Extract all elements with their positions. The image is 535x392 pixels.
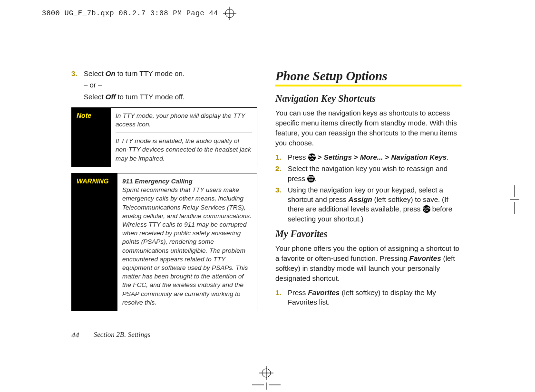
registration-mark-icon bbox=[252, 366, 281, 390]
step-number: 1. bbox=[275, 153, 283, 162]
menu-ok-icon: MENUOK bbox=[423, 205, 430, 213]
tty-step-list: 3. Select On to turn TTY mode on. – or –… bbox=[71, 69, 257, 102]
list-item: 3. Using the navigation key or your keyp… bbox=[275, 185, 461, 224]
page-body: 3. Select On to turn TTY mode on. – or –… bbox=[71, 69, 461, 325]
list-item: 1. Press Favorites (left softkey) to dis… bbox=[275, 288, 461, 307]
warning-label: WARNING bbox=[72, 173, 117, 311]
registration-mark-icon bbox=[510, 185, 534, 214]
print-slug: 3800 UG_E_7b.qxp 08.2.7 3:08 PM Page 44 bbox=[42, 7, 236, 20]
note-callout: Note In TTY mode, your phone will displa… bbox=[71, 107, 257, 167]
warning-callout: WARNING 911 Emergency Calling Sprint rec… bbox=[71, 173, 257, 311]
section-label: Section 2B. Settings bbox=[94, 331, 151, 339]
page-number: 44 bbox=[71, 331, 79, 339]
list-item: 2. Select the navigation key you wish to… bbox=[275, 164, 461, 183]
step-number: 3. bbox=[71, 69, 79, 102]
paragraph: Your phone offers you the option of assi… bbox=[275, 243, 461, 283]
step-body: Using the navigation key or your keypad,… bbox=[288, 185, 461, 224]
paragraph: You can use the navigation keys as short… bbox=[275, 108, 461, 148]
step-body: Select the navigation key you wish to re… bbox=[288, 164, 461, 183]
right-column: Phone Setup Options Navigation Key Short… bbox=[275, 69, 461, 325]
step-body: Select On to turn TTY mode on. – or – Se… bbox=[84, 69, 257, 102]
warning-content: 911 Emergency Calling Sprint recommends … bbox=[117, 173, 257, 311]
registration-mark-icon bbox=[223, 7, 236, 20]
subheading-my-favorites: My Favorites bbox=[275, 229, 461, 239]
page-footer: 44 Section 2B. Settings bbox=[71, 331, 150, 339]
divider bbox=[116, 133, 252, 133]
subheading-navigation-shortcuts: Navigation Key Shortcuts bbox=[275, 93, 461, 104]
heading-underline bbox=[275, 85, 461, 86]
step-number: 2. bbox=[275, 164, 283, 183]
step-body: Press MENUOK > Settings > More... > Navi… bbox=[288, 153, 461, 162]
menu-ok-icon: MENUOK bbox=[307, 175, 315, 182]
note-content: In TTY mode, your phone will display the… bbox=[111, 108, 257, 167]
section-heading: Phone Setup Options bbox=[275, 69, 461, 84]
slug-text: 3800 UG_E_7b.qxp 08.2.7 3:08 PM Page 44 bbox=[42, 10, 218, 18]
favorites-steps-list: 1. Press Favorites (left softkey) to dis… bbox=[275, 288, 461, 307]
nav-steps-list: 1. Press MENUOK > Settings > More... > N… bbox=[275, 153, 461, 224]
step-number: 1. bbox=[275, 288, 283, 307]
left-column: 3. Select On to turn TTY mode on. – or –… bbox=[71, 69, 257, 325]
menu-ok-icon: MENUOK bbox=[308, 153, 316, 161]
note-label: Note bbox=[72, 108, 111, 167]
list-item: 3. Select On to turn TTY mode on. – or –… bbox=[71, 69, 257, 102]
step-number: 3. bbox=[275, 185, 283, 224]
step-body: Press Favorites (left softkey) to displa… bbox=[288, 288, 461, 307]
list-item: 1. Press MENUOK > Settings > More... > N… bbox=[275, 153, 461, 162]
